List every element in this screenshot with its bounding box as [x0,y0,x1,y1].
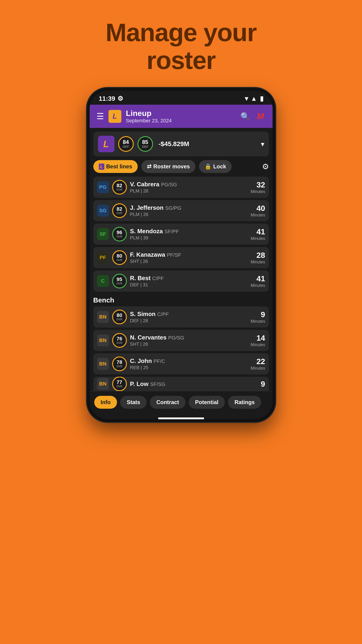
position-badge: BN [97,311,109,323]
lock-label: Lock [213,163,226,170]
offense-rating-label: OFF [123,145,129,148]
player-detail: REB | 25 [130,365,248,370]
ovr-circle: 82 OVR [112,203,127,218]
ovr-circle: 80 OVR [112,250,127,265]
player-detail: SHT | 26 [130,259,248,264]
starters-list: PG 82 OVR V. Cabrera PG/SG PLM | 28 32 M… [90,177,273,292]
phone-shell: 11:39 ⚙ ▾ ▲ ▮ ☰ L Lineup September 23, 2… [87,88,275,422]
time-display: 11:39 [99,95,115,102]
offense-rating-circle: 84 OFF [118,136,134,152]
player-info: J. Jefferson SG/PG PLM | 26 [130,204,248,217]
player-info: N. Cervantes PG/SG SHT | 28 [130,334,248,347]
player-minutes-partial: 9 [261,380,265,388]
search-icon[interactable]: 🔍 [240,112,250,121]
table-row[interactable]: BN 76 OVR N. Cervantes PG/SG SHT | 28 14… [93,330,269,351]
ovr-circle: 78 OVR [112,356,127,371]
nav-tab-potential[interactable]: Potential [189,396,225,409]
player-minutes: 28 Minutes [251,251,265,264]
home-indicator [158,418,204,419]
player-name: J. Jefferson SG/PG [130,204,248,211]
headline-line1: Manage your [105,18,256,46]
ovr-circle: 82 OVR [112,180,127,194]
position-badge: BN [97,358,109,370]
menu-icon[interactable]: ☰ [96,112,104,121]
player-name: S. Mendoza SF/PF [130,228,248,235]
nav-tab-stats[interactable]: Stats [120,396,147,409]
table-row[interactable]: C 95 OVR R. Best C/PF DEF | 31 41 Minute… [93,270,269,292]
position-badge: PG [97,181,109,193]
player-name: F. Kanazawa PF/SF [130,251,248,258]
player-detail: PLM | 28 [130,188,248,194]
roster-moves-label: Roster moves [153,163,190,170]
ovr-circle: 80 OVR [112,310,127,324]
table-row[interactable]: SF 96 OVR S. Mendoza SF/PF PLM | 39 41 M… [93,224,269,245]
player-info: S. Mendoza SF/PF PLM | 39 [130,228,248,240]
nav-tab-contract[interactable]: Contract [150,396,185,409]
player-info: C. John PF/C REB | 25 [130,358,248,370]
player-name: S. Simon C/PF [130,310,248,318]
player-info-partial: P. Low SF/SG [130,380,258,388]
position-badge: BN [97,334,109,346]
player-name: V. Cabrera PG/SG [130,181,248,188]
player-minutes: 9 Minutes [251,310,265,324]
ovr-circle-partial: 77 OVR [112,377,127,391]
player-info: F. Kanazawa PF/SF SHT | 26 [130,251,248,264]
headline-line2: roster [147,46,216,74]
ovr-circle: 76 OVR [112,333,127,348]
chevron-down-icon[interactable]: ▾ [261,140,264,148]
ovr-circle: 95 OVR [112,274,127,288]
battery-icon: ▮ [260,95,263,102]
best-lines-logo: L [99,164,104,170]
nav-tab-ratings[interactable]: Ratings [228,396,261,409]
defense-rating-value: 85 [142,140,148,145]
table-row[interactable]: SG 82 OVR J. Jefferson SG/PG PLM | 26 40… [93,200,269,221]
profile-icon[interactable]: M [256,111,266,122]
best-lines-label: Best lines [106,163,132,170]
position-badge-bn-partial: BN [97,378,109,390]
ovr-circle: 96 OVR [112,227,127,242]
player-minutes: 22 Minutes [251,357,265,371]
header-title-group: Lineup September 23, 2024 [126,109,172,124]
team-logo-small: L [108,110,121,123]
settings-status-icon: ⚙ [117,95,123,102]
player-detail: DEF | 31 [130,282,248,288]
player-info: R. Best C/PF DEF | 31 [130,274,248,288]
player-info: V. Cabrera PG/SG PLM | 28 [130,181,248,194]
salary-display: -$45.829M [159,140,189,148]
lock-button[interactable]: 🔒 Lock [199,160,232,173]
player-info: S. Simon C/PF DEF | 28 [130,310,248,324]
status-bar: 11:39 ⚙ ▾ ▲ ▮ [90,90,273,105]
bench-section-label: Bench [90,294,273,306]
roster-moves-button[interactable]: ⇄ Roster moves [141,160,195,173]
player-name: C. John PF/C [130,358,248,364]
signal-icon: ▲ [251,95,257,102]
best-lines-button[interactable]: L Best lines [93,160,138,173]
defense-rating-label: DEF [142,145,148,148]
action-row: L Best lines ⇄ Roster moves 🔒 Lock ⚙ [90,160,273,177]
table-row[interactable]: PF 80 OVR F. Kanazawa PF/SF SHT | 26 28 … [93,247,269,268]
player-minutes: 32 Minutes [251,180,265,194]
bench-list: BN 80 OVR S. Simon C/PF DEF | 28 9 Minut… [90,306,273,374]
nav-tab-info[interactable]: Info [94,396,117,409]
player-detail: DEF | 28 [130,318,248,324]
settings-button[interactable]: ⚙ [262,162,269,171]
player-minutes: 41 Minutes [251,274,265,288]
app-subtitle: September 23, 2024 [126,118,172,124]
team-card: L 84 OFF 85 DEF -$45.829M ▾ [93,132,269,156]
player-minutes: 14 Minutes [251,334,265,347]
table-row[interactable]: BN 80 OVR S. Simon C/PF DEF | 28 9 Minut… [93,306,269,328]
player-detail: PLM | 39 [130,235,248,240]
wifi-icon: ▾ [245,95,248,102]
offense-rating-value: 84 [123,140,129,145]
position-badge: PF [97,252,109,264]
page-headline: Manage your roster [105,18,256,74]
defense-rating-circle: 85 DEF [137,136,153,152]
swap-icon: ⇄ [147,163,151,170]
table-row[interactable]: BN 78 OVR C. John PF/C REB | 25 22 Minut… [93,353,269,374]
bottom-nav: InfoStatsContractPotentialRatings [90,391,273,416]
lock-icon: 🔒 [205,163,211,170]
partial-player-row: BN 77 OVR P. Low SF/SG 9 [93,377,269,391]
player-minutes: 41 Minutes [251,227,265,241]
table-row[interactable]: PG 82 OVR V. Cabrera PG/SG PLM | 28 32 M… [93,177,269,198]
position-badge: SG [97,205,109,217]
